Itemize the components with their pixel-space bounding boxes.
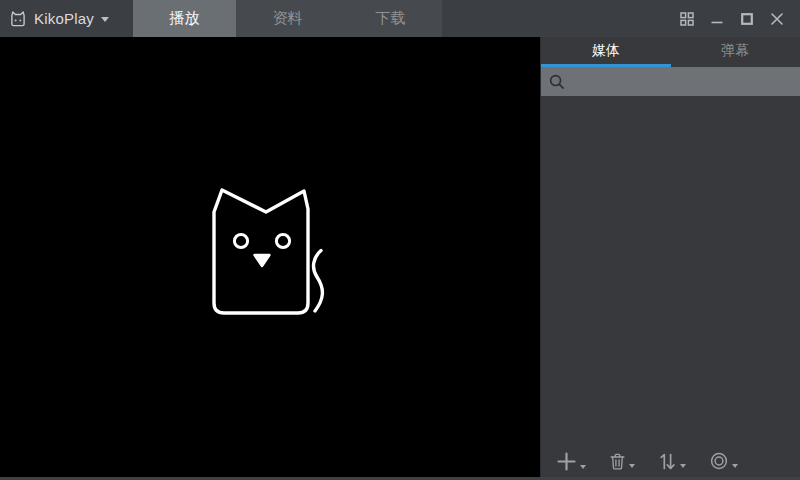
chevron-down-icon: [680, 464, 686, 468]
trash-icon: [610, 453, 625, 470]
sidebar-toolbar: [541, 446, 800, 480]
kikoplay-cat-logo: [211, 187, 329, 317]
delete-button[interactable]: [610, 453, 635, 470]
tab-info[interactable]: 资料: [236, 0, 339, 37]
loop-mode-button[interactable]: [710, 452, 738, 470]
window-controls: [672, 0, 800, 37]
mini-mode-button[interactable]: [672, 0, 702, 37]
app-title: KikoPlay: [34, 10, 94, 27]
loop-circle-icon: [710, 452, 728, 470]
minimize-button[interactable]: [702, 0, 732, 37]
tab-play[interactable]: 播放: [133, 0, 236, 37]
add-media-button[interactable]: [557, 452, 586, 471]
media-list: [541, 96, 800, 446]
tab-danmu[interactable]: 弹幕: [671, 37, 800, 67]
sidebar-tabstrip: 媒体 弹幕: [541, 37, 800, 67]
app-menu-button[interactable]: KikoPlay: [0, 0, 133, 37]
main-tabstrip: 播放 资料 下载: [133, 0, 442, 37]
maximize-icon: [741, 13, 753, 25]
tab-download[interactable]: 下载: [339, 0, 442, 37]
titlebar: KikoPlay 播放 资料 下载: [0, 0, 800, 37]
media-search-bar: [541, 67, 800, 96]
search-icon: [549, 74, 565, 90]
media-search-input[interactable]: [571, 67, 794, 96]
main-area: 媒体 弹幕: [0, 37, 800, 480]
chevron-down-icon: [580, 465, 586, 469]
sidebar: 媒体 弹幕: [540, 37, 800, 480]
plus-icon: [557, 452, 576, 471]
chevron-down-icon: [629, 464, 635, 468]
kikoplay-window: KikoPlay 播放 资料 下载: [0, 0, 800, 480]
sort-button[interactable]: [659, 453, 686, 470]
minimize-icon: [711, 12, 723, 26]
tab-media[interactable]: 媒体: [541, 37, 671, 67]
maximize-button[interactable]: [732, 0, 762, 37]
chevron-down-icon: [732, 464, 738, 468]
close-button[interactable]: [762, 0, 792, 37]
sort-1-down-icon: [659, 453, 676, 470]
chevron-down-icon: [101, 17, 109, 22]
grid-icon: [680, 12, 694, 26]
video-player[interactable]: [0, 37, 540, 480]
cat-face-logo-icon: [9, 10, 27, 28]
close-icon: [771, 13, 783, 25]
